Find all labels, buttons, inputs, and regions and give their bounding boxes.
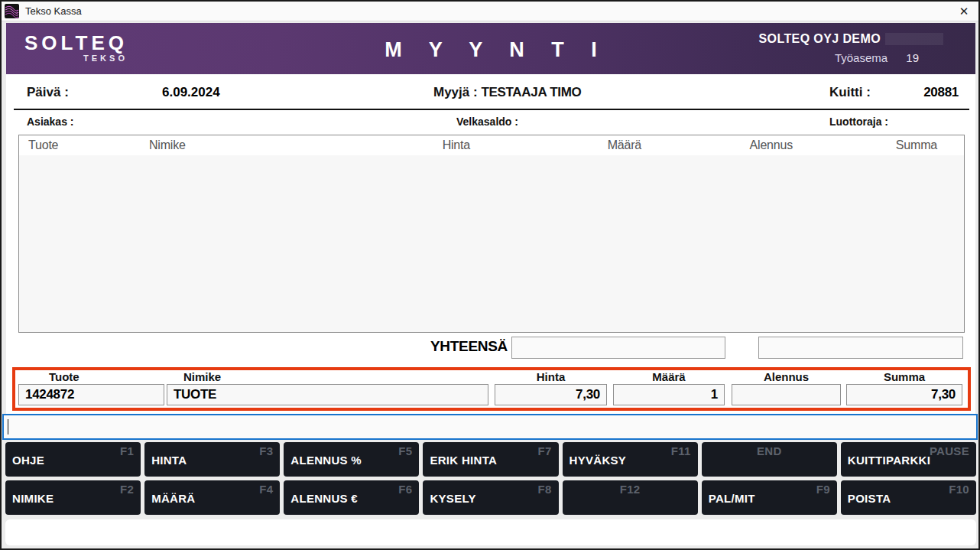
- fkey-label: HYVÄKSY: [570, 453, 627, 466]
- column-header-1: Nimike: [149, 138, 186, 152]
- column-header-2: Hinta: [443, 138, 470, 152]
- fkey-label: PAL/MIT: [709, 491, 755, 504]
- sales-table-body: [19, 155, 964, 332]
- entry-label-nimike: Nimike: [167, 370, 488, 383]
- app-logo-icon: [5, 4, 19, 18]
- entry-label-summa: Summa: [846, 370, 962, 383]
- total-amount-field: [511, 337, 725, 359]
- status-bar: [5, 519, 976, 545]
- fkey-ohje[interactable]: F1OHJE: [5, 442, 141, 477]
- fkey-label: ALENNUS %: [290, 453, 362, 466]
- fkey-hyväksy[interactable]: F11HYVÄKSY: [563, 442, 698, 477]
- command-input[interactable]: [2, 414, 978, 440]
- fkey-hinta[interactable]: F3HINTA: [144, 442, 280, 477]
- company-name: SOLTEQ OYJ DEMO: [759, 32, 881, 46]
- entry-input-maara[interactable]: 1: [613, 384, 725, 405]
- fkey-label: KUITTIPARKKI: [848, 453, 930, 466]
- function-key-grid: F1OHJEF3HINTAF5ALENNUS %F7ERIK HINTAF11H…: [5, 442, 976, 515]
- entry-input-tuote[interactable]: 1424872: [18, 384, 164, 405]
- fkey-nimike[interactable]: F2NIMIKE: [5, 480, 141, 515]
- fkey-key-caption: F9: [816, 483, 830, 496]
- fkey-key-caption: F6: [398, 483, 412, 496]
- content-panel: Päivä : 6.09.2024 Myyjä : TESTAAJA TIMO …: [6, 74, 975, 414]
- app-header: SOLTEQ TEKSO M Y Y N T I SOLTEQ OYJ DEMO…: [6, 23, 975, 74]
- text-cursor: [8, 419, 8, 434]
- entry-input-hinta[interactable]: 7,30: [495, 384, 607, 405]
- total-secondary-field: [758, 337, 963, 359]
- header-right-block: SOLTEQ OYJ DEMO Työasema 19: [759, 32, 944, 64]
- fkey-key-caption: F11: [671, 444, 691, 457]
- title-bar: Tekso Kassa ✕: [2, 2, 978, 21]
- fkey-label: OHJE: [12, 453, 44, 466]
- workstation-number: 19: [906, 51, 919, 64]
- fkey-label: ALENNUS €: [290, 491, 358, 504]
- entry-label-alennus: Alennus: [732, 370, 841, 383]
- entry-field-hinta: Hinta7,30: [495, 370, 607, 408]
- column-header-5: Summa: [896, 138, 937, 152]
- entry-input-nimike[interactable]: TUOTE: [167, 384, 488, 405]
- fkey-key-caption: F4: [259, 483, 273, 496]
- fkey-key-caption: END: [702, 444, 837, 457]
- entry-label-hinta: Hinta: [495, 370, 607, 383]
- fkey-alennus-€[interactable]: F6ALENNUS €: [284, 480, 419, 515]
- seller-label: Myyjä :: [433, 85, 478, 99]
- column-header-4: Alennus: [750, 138, 793, 152]
- fkey-erik-hinta[interactable]: F7ERIK HINTA: [423, 442, 558, 477]
- entry-label-maara: Määrä: [613, 370, 725, 383]
- total-label: YHTEENSÄ: [430, 338, 508, 355]
- entry-field-summa: Summa7,30: [846, 370, 962, 408]
- fkey-key-caption: F3: [259, 444, 273, 457]
- close-icon[interactable]: ✕: [956, 3, 972, 20]
- header-empty-field: [885, 33, 943, 45]
- fkey-key-caption: F7: [537, 444, 551, 457]
- fkey-määrä[interactable]: F4MÄÄRÄ: [144, 480, 280, 515]
- app-window: Tekso Kassa ✕ SOLTEQ TEKSO M Y Y N T I S…: [0, 0, 980, 550]
- fkey-key-caption: PAUSE: [930, 444, 969, 457]
- receipt-number: 20881: [923, 85, 959, 100]
- active-line-entry-frame: Tuote1424872NimikeTUOTEHinta7,30Määrä1Al…: [12, 367, 971, 411]
- entry-field-maara: Määrä1: [613, 370, 725, 408]
- fkey-key-caption: F5: [398, 444, 412, 457]
- seller-value: TESTAAJA TIMO: [481, 85, 581, 99]
- entry-field-nimike: NimikeTUOTE: [167, 370, 488, 408]
- fkey-f12[interactable]: F12: [563, 480, 698, 515]
- fkey-key-caption: F12: [563, 483, 698, 496]
- fkey-label: POISTA: [848, 491, 891, 504]
- fkey-key-caption: F8: [537, 483, 551, 496]
- sales-table-header: TuoteNimikeHintaMääräAlennusSumma: [19, 135, 964, 155]
- fkey-label: KYSELY: [430, 491, 475, 504]
- credit-label: Luottoraja :: [829, 116, 888, 128]
- fkey-label: HINTA: [151, 453, 187, 466]
- entry-field-alennus: Alennus: [732, 370, 841, 408]
- fkey-kysely[interactable]: F8KYSELY: [423, 480, 558, 515]
- entry-input-alennus[interactable]: [732, 384, 841, 405]
- seller-line: Myyjä : TESTAAJA TIMO: [433, 85, 582, 100]
- sales-lines-table: TuoteNimikeHintaMääräAlennusSumma: [18, 135, 965, 333]
- workstation-label: Työasema: [835, 51, 888, 64]
- date-value: 6.09.2024: [162, 85, 220, 100]
- fkey-key-caption: F1: [120, 444, 134, 457]
- fkey-key-caption: F2: [120, 483, 134, 496]
- entry-input-summa[interactable]: 7,30: [846, 384, 962, 405]
- window-title: Tekso Kassa: [25, 5, 82, 17]
- customer-label: Asiakas :: [27, 116, 73, 128]
- fkey-end[interactable]: END: [702, 442, 837, 477]
- fkey-alennus-%[interactable]: F5ALENNUS %: [284, 442, 419, 477]
- date-label: Päivä :: [27, 85, 69, 100]
- fkey-key-caption: F10: [949, 483, 969, 496]
- fkey-label: ERIK HINTA: [430, 453, 497, 466]
- receipt-label: Kuitti :: [829, 85, 871, 100]
- debt-label: Velkasaldo :: [456, 116, 518, 128]
- fkey-pal-mit[interactable]: F9PAL/MIT: [702, 480, 837, 515]
- column-header-3: Määrä: [608, 138, 641, 152]
- divider-line: [14, 109, 969, 110]
- column-header-0: Tuote: [28, 138, 58, 152]
- entry-label-tuote: Tuote: [18, 370, 164, 383]
- fkey-kuittiparkki[interactable]: PAUSEKUITTIPARKKI: [841, 442, 976, 477]
- fkey-label: NIMIKE: [12, 491, 54, 504]
- entry-field-tuote: Tuote1424872: [18, 370, 164, 408]
- fkey-poista[interactable]: F10POISTA: [841, 480, 976, 515]
- fkey-label: MÄÄRÄ: [151, 491, 195, 504]
